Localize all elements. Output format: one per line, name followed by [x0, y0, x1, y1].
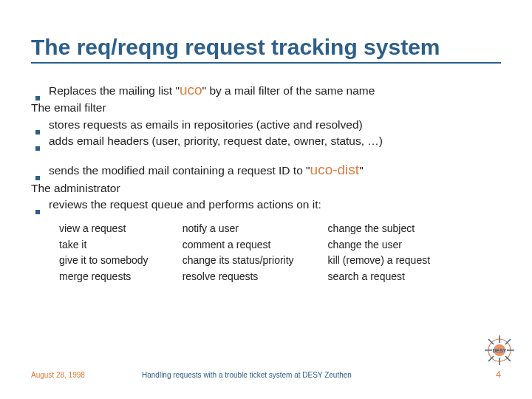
bullet-reviews: reviews the request queue and performs a… [31, 197, 501, 213]
uco-text: uco [180, 82, 202, 98]
desy-logo-icon: DESY [483, 334, 516, 366]
bullet-text: adds email headers (user, priority, requ… [49, 133, 383, 149]
action-item: take it [59, 237, 149, 253]
action-item: notify a user [183, 221, 294, 237]
footer-date: August 28, 1998 [31, 371, 142, 379]
line-administrator: The administrator [31, 180, 501, 197]
action-item: view a request [59, 221, 149, 237]
action-item: change the subject [328, 221, 431, 237]
action-item: kill (remove) a request [328, 253, 431, 269]
action-item: search a request [328, 269, 431, 285]
bullet-adds-headers: adds email headers (user, priority, requ… [31, 133, 501, 149]
bullet-icon [35, 176, 40, 180]
line-email-filter: The email filter [31, 100, 501, 116]
actions-col-1: view a request take it give it to somebo… [59, 221, 149, 285]
bullet-stores: stores requests as emails in repositorie… [31, 117, 501, 133]
footer-title: Handling requests with a trouble ticket … [142, 371, 479, 379]
action-item: give it to somebody [59, 253, 149, 269]
bullet-text: sends the modified mail containing a req… [49, 160, 364, 180]
actions-col-3: change the subject change the user kill … [328, 221, 431, 285]
text-part: " [359, 164, 364, 177]
slide-title: The req/reqng request tracking system [31, 35, 501, 64]
actions-col-2: notify a user comment a request change i… [183, 221, 294, 285]
footer-page: 4 [479, 369, 501, 380]
action-item: merge requests [59, 269, 149, 285]
action-item: comment a request [183, 237, 294, 253]
bullet-icon [35, 130, 40, 134]
uco-dist-text: uco-dist [310, 162, 360, 177]
bullet-text: Replaces the mailing list "uco" by a mai… [49, 80, 375, 100]
bullet-sends: sends the modified mail containing a req… [31, 160, 501, 180]
svg-text:DESY: DESY [492, 348, 506, 353]
text-part: sends the modified mail containing a req… [49, 164, 310, 177]
action-item: resolve requests [183, 269, 294, 285]
slide-body: Replaces the mailing list "uco" by a mai… [31, 80, 501, 285]
bullet-text: reviews the request queue and performs a… [49, 197, 321, 213]
slide-footer: August 28, 1998 Handling requests with a… [31, 369, 501, 380]
action-item: change its status/priority [183, 253, 294, 269]
bullet-icon [35, 210, 40, 214]
bullet-replaces: Replaces the mailing list "uco" by a mai… [31, 80, 501, 100]
actions-table: view a request take it give it to somebo… [59, 221, 501, 285]
text-part: Replaces the mailing list " [49, 84, 180, 97]
bullet-icon [35, 96, 40, 100]
bullet-text: stores requests as emails in repositorie… [49, 117, 363, 133]
text-part: " by a mail filter of the same name [202, 84, 375, 97]
action-item: change the user [328, 237, 431, 253]
bullet-icon [35, 146, 40, 151]
